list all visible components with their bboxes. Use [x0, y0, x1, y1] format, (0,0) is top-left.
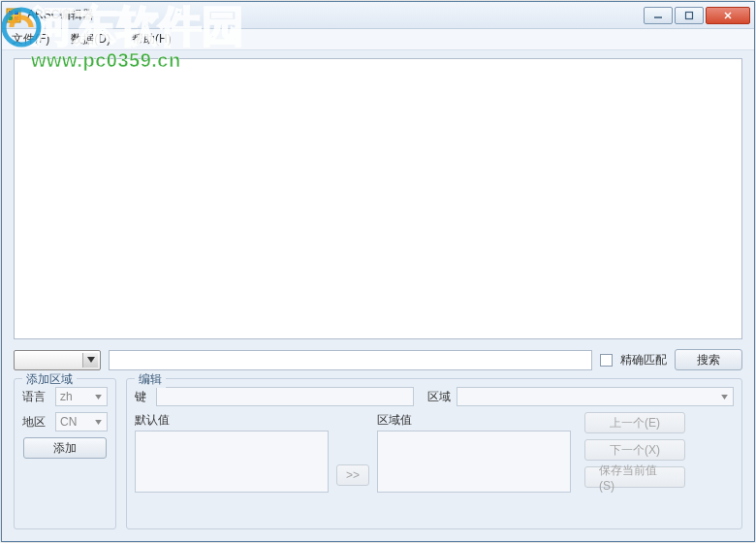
- svg-marker-10: [95, 395, 102, 399]
- app-window: ARSC编辑器 文件(F) 数据(D) 帮助(H) 精确匹配 搜索 添加区域: [1, 1, 755, 542]
- window-title: ARSC编辑器: [27, 7, 644, 23]
- menu-data[interactable]: 数据(D): [67, 29, 114, 49]
- svg-marker-11: [95, 420, 102, 425]
- app-icon: [6, 8, 21, 23]
- key-label: 键: [135, 389, 150, 405]
- language-label: 语言: [22, 389, 49, 405]
- search-input[interactable]: [109, 350, 592, 370]
- exact-match-label: 精确匹配: [620, 352, 667, 368]
- titlebar: ARSC编辑器: [2, 2, 754, 29]
- edit-region-select[interactable]: [457, 387, 734, 406]
- language-value: zh: [60, 390, 73, 403]
- default-value-textarea[interactable]: [135, 431, 329, 493]
- search-type-dropdown[interactable]: [14, 350, 101, 370]
- region-select[interactable]: CN: [55, 412, 108, 431]
- menubar: 文件(F) 数据(D) 帮助(H): [2, 29, 754, 50]
- close-button[interactable]: [706, 7, 750, 24]
- edit-region-label: 区域: [427, 389, 451, 405]
- region-label: 地区: [22, 414, 49, 431]
- body-area: 精确匹配 搜索 添加区域 语言 zh 地区 CN: [2, 50, 754, 541]
- main-listbox[interactable]: [14, 58, 742, 339]
- key-input[interactable]: [156, 387, 414, 406]
- exact-match-checkbox[interactable]: [600, 354, 613, 367]
- svg-rect-2: [15, 11, 18, 15]
- svg-rect-4: [15, 16, 18, 20]
- add-button[interactable]: 添加: [23, 437, 107, 459]
- add-region-title: 添加区域: [22, 371, 77, 388]
- save-current-button[interactable]: 保存当前值(S): [584, 466, 685, 488]
- region-value: CN: [60, 415, 77, 429]
- search-button[interactable]: 搜索: [675, 349, 742, 370]
- next-button[interactable]: 下一个(X): [584, 439, 685, 461]
- edit-group: 编辑 键 区域 默认值 >> 区域值: [126, 378, 742, 529]
- svg-rect-1: [9, 11, 13, 15]
- region-value-label: 区域值: [377, 412, 571, 429]
- chevron-down-icon: [92, 415, 105, 429]
- prev-button[interactable]: 上一个(E): [584, 412, 685, 433]
- default-value-label: 默认值: [135, 412, 329, 429]
- nav-buttons: 上一个(E) 下一个(X) 保存当前值(S): [584, 412, 685, 488]
- maximize-button[interactable]: [675, 7, 704, 24]
- search-row: 精确匹配 搜索: [14, 349, 742, 370]
- language-select[interactable]: zh: [55, 387, 108, 406]
- add-region-group: 添加区域 语言 zh 地区 CN 添加: [14, 378, 116, 529]
- lower-panels: 添加区域 语言 zh 地区 CN 添加: [14, 378, 742, 529]
- chevron-down-icon: [718, 390, 731, 403]
- svg-marker-9: [87, 357, 95, 363]
- menu-help[interactable]: 帮助(H): [128, 29, 175, 49]
- svg-rect-6: [686, 12, 693, 18]
- chevron-down-icon: [92, 390, 105, 403]
- edit-title: 编辑: [135, 371, 166, 388]
- dropdown-arrow-icon: [82, 353, 98, 367]
- copy-to-region-button[interactable]: >>: [336, 464, 369, 486]
- region-value-textarea[interactable]: [377, 431, 571, 493]
- menu-file[interactable]: 文件(F): [8, 29, 53, 49]
- window-controls: [644, 7, 750, 24]
- svg-rect-3: [9, 16, 13, 20]
- svg-marker-12: [721, 395, 728, 399]
- minimize-button[interactable]: [644, 7, 673, 24]
